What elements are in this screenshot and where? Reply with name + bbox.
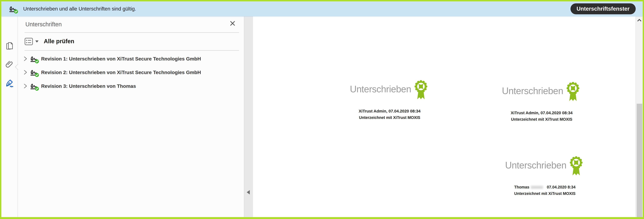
chevron-up-icon — [637, 19, 642, 22]
revision-row-3[interactable]: Revision 3: Unterschrieben von Thomas — [23, 79, 242, 93]
signature-valid-icon — [30, 68, 39, 77]
signer-and-date: Thomas 07.04.2020 8:34 — [505, 185, 584, 189]
signed-with-line: Unterzeichnet mit XiTrust MOXIS — [502, 117, 582, 122]
close-icon — [230, 21, 235, 26]
signature-valid-icon — [30, 81, 39, 91]
scroll-up-button[interactable] — [637, 18, 642, 23]
panel-close-button[interactable] — [229, 20, 236, 27]
page-thumbnails-icon — [5, 41, 14, 51]
stamp-word: Unterschrieben — [350, 84, 411, 95]
navigation-sidebar — [1, 16, 18, 217]
sidebar-item-attachments[interactable] — [1, 59, 18, 69]
xitrust-rosette-badge-icon — [566, 81, 580, 102]
signed-with-line: Unterzeichnet mit XiTrust MOXIS — [505, 191, 584, 196]
stamp-word: Unterschrieben — [502, 85, 563, 96]
redacted-name — [531, 186, 543, 189]
signer-and-date: XiTrust Admin, 07.04.2020 08:34 — [502, 111, 582, 115]
signer-name: Thomas — [514, 185, 529, 189]
signature-valid-icon — [8, 4, 18, 14]
panel-divider — [24, 33, 239, 33]
paperclip-attachments-icon — [5, 59, 14, 69]
panel-title: Unterschriften — [26, 21, 62, 28]
caret-down-icon — [35, 41, 38, 43]
stamp-details: Thomas 07.04.2020 8:34 Unterzeichnet mit… — [505, 185, 584, 196]
xitrust-rosette-badge-icon — [569, 156, 583, 177]
vertical-scrollbar[interactable] — [636, 16, 643, 217]
signatures-panel: Unterschriften Alle prüfen Revision 1: U… — [18, 16, 244, 217]
signature-status-banner: Unterschrieben und alle Unterschriften s… — [1, 1, 643, 16]
chevron-right-icon[interactable] — [24, 56, 28, 61]
revision-label: Revision 2: Unterschrieben von XiTrust S… — [41, 70, 201, 75]
signature-pen-icon — [5, 78, 14, 88]
chevron-right-icon[interactable] — [24, 83, 28, 89]
revision-label: Revision 3: Unterschrieben von Thomas — [41, 83, 136, 89]
stamp-details: XiTrust Admin, 07.04.2020 08:34 Unterzei… — [350, 109, 430, 120]
xitrust-rosette-badge-icon — [414, 80, 428, 101]
sidebar-item-signatures[interactable] — [1, 78, 18, 88]
signed-with-line: Unterzeichnet mit XiTrust MOXIS — [350, 115, 430, 120]
signature-panel-button[interactable]: Unterschriftsfenster — [570, 3, 636, 14]
stamp-word: Unterschrieben — [505, 160, 566, 171]
validate-all-button[interactable]: Alle prüfen — [44, 38, 74, 45]
collapse-left-arrow-icon[interactable] — [247, 190, 250, 194]
options-list-icon — [24, 38, 33, 45]
revision-label: Revision 1: Unterschrieben von XiTrust S… — [41, 56, 201, 62]
stamp-details: XiTrust Admin, 07.04.2020 08:34 Unterzei… — [502, 111, 582, 122]
panel-divider — [24, 50, 239, 51]
revision-row-1[interactable]: Revision 1: Unterschrieben von XiTrust S… — [23, 52, 242, 66]
panel-splitter[interactable] — [244, 16, 253, 217]
signature-valid-icon — [30, 54, 39, 63]
chevron-right-icon[interactable] — [24, 70, 28, 75]
signature-status-text: Unterschrieben und alle Unterschriften s… — [23, 6, 136, 12]
sign-date: 07.04.2020 8:34 — [547, 185, 576, 189]
revision-row-2[interactable]: Revision 2: Unterschrieben von XiTrust S… — [23, 66, 242, 79]
panel-options-button[interactable] — [24, 38, 38, 45]
signer-and-date: XiTrust Admin, 07.04.2020 08:34 — [350, 109, 430, 114]
sidebar-item-page-thumbnails[interactable] — [1, 41, 18, 51]
scrollbar-thumb[interactable] — [637, 104, 642, 217]
